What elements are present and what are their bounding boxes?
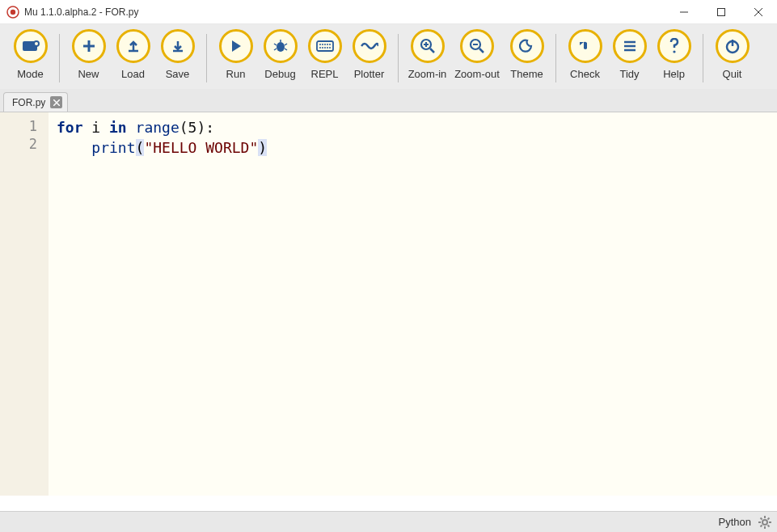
status-mode: Python xyxy=(719,516,751,528)
svg-point-7 xyxy=(34,41,39,46)
repl-button[interactable]: REPL xyxy=(302,29,347,80)
line-number: 1 xyxy=(0,117,49,135)
quit-button[interactable]: Quit xyxy=(710,29,754,80)
tab-label: FOR.py xyxy=(12,97,45,108)
svg-line-30 xyxy=(430,49,434,53)
line-number: 2 xyxy=(0,135,49,153)
toolbar-divider xyxy=(206,34,207,82)
tab-close-icon[interactable] xyxy=(50,96,62,108)
svg-point-1 xyxy=(11,9,15,14)
toolbar-divider xyxy=(555,34,556,82)
toolbar-divider xyxy=(59,34,60,82)
svg-point-22 xyxy=(327,47,328,49)
save-button[interactable]: Save xyxy=(155,29,200,80)
svg-point-20 xyxy=(322,47,323,49)
svg-line-16 xyxy=(274,49,277,50)
svg-line-34 xyxy=(479,49,484,53)
new-button[interactable]: New xyxy=(66,29,111,80)
zoom-in-button[interactable]: Zoom-in xyxy=(405,29,450,80)
svg-line-53 xyxy=(761,525,762,526)
help-button[interactable]: Help xyxy=(652,29,696,80)
toolbar-divider xyxy=(703,34,703,82)
maximize-button[interactable] xyxy=(703,0,740,24)
run-button[interactable]: Run xyxy=(213,29,258,80)
svg-line-17 xyxy=(285,49,287,50)
svg-point-45 xyxy=(762,520,767,525)
svg-point-19 xyxy=(319,47,321,49)
plotter-button[interactable]: Plotter xyxy=(347,29,391,80)
svg-line-51 xyxy=(768,525,770,526)
minimize-button[interactable] xyxy=(665,0,703,24)
titlebar: Mu 1.1.0.alpha.2 - FOR.py xyxy=(0,0,777,24)
line-gutter: 1 2 xyxy=(0,112,49,496)
toolbar-divider xyxy=(398,34,399,82)
file-tab[interactable]: FOR.py xyxy=(3,92,68,112)
code-line: print("HELLO WORLD") xyxy=(57,137,777,158)
svg-point-28 xyxy=(329,44,331,45)
code-area[interactable]: for i in range(5): print("HELLO WORLD") xyxy=(49,112,777,496)
svg-line-14 xyxy=(274,44,277,45)
tidy-button[interactable]: Tidy xyxy=(607,29,652,80)
svg-line-50 xyxy=(761,517,762,519)
svg-point-27 xyxy=(327,44,328,45)
tab-bar: FOR.py xyxy=(0,89,777,112)
window-title: Mu 1.1.0.alpha.2 - FOR.py xyxy=(24,6,665,18)
check-button[interactable]: Check xyxy=(563,29,607,80)
status-bar: Python xyxy=(0,511,777,532)
load-button[interactable]: Load xyxy=(111,29,155,80)
code-line: for i in range(5): xyxy=(57,117,777,137)
zoom-out-button[interactable]: Zoom-out xyxy=(450,29,505,80)
svg-point-26 xyxy=(324,44,326,45)
svg-line-15 xyxy=(285,44,287,45)
app-icon xyxy=(6,6,19,19)
svg-point-12 xyxy=(277,42,285,52)
svg-point-24 xyxy=(319,44,321,45)
code-editor[interactable]: 1 2 for i in range(5): print("HELLO WORL… xyxy=(0,112,777,496)
toolbar: Mode New Load Save Run Debug REPL Plotte… xyxy=(0,24,777,89)
svg-point-23 xyxy=(329,47,331,49)
mode-button[interactable]: Mode xyxy=(8,29,53,80)
svg-rect-18 xyxy=(317,41,333,51)
svg-rect-3 xyxy=(718,8,725,15)
svg-point-25 xyxy=(322,44,323,45)
close-button[interactable] xyxy=(740,0,777,24)
debug-button[interactable]: Debug xyxy=(258,29,302,80)
svg-point-40 xyxy=(673,50,675,53)
settings-gear-icon[interactable] xyxy=(758,515,772,530)
svg-point-21 xyxy=(324,47,326,49)
svg-line-52 xyxy=(768,517,770,519)
theme-button[interactable]: Theme xyxy=(505,29,549,80)
